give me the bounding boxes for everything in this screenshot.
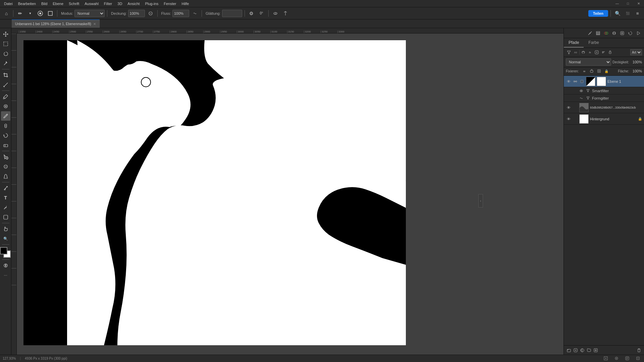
layer-add-group-button[interactable] [566,347,572,353]
magic-wand-tool[interactable] [1,59,10,68]
minimize-button[interactable]: — [612,0,623,7]
layer-item-ebene1[interactable]: 👁 Ebene 1 [564,76,644,87]
status-icon-3[interactable] [624,356,631,361]
layer-fx-button[interactable]: fx [587,49,593,55]
close-button[interactable]: ✕ [633,0,644,7]
menu-item-auswahl[interactable]: Auswahl [82,1,101,6]
menu-item-ebene[interactable]: Ebene [50,1,66,6]
foreground-color-swatch[interactable] [0,247,7,254]
maximize-button[interactable]: □ [623,0,633,7]
deckung-input[interactable] [128,10,145,17]
dodge-tool[interactable] [1,172,10,181]
brush-tool-button[interactable]: ✏ [16,9,24,18]
layer-sub-formgitter[interactable]: Formgitter [564,95,644,102]
layer-kind-select[interactable]: Art [630,49,642,55]
layer-add-mask-button[interactable] [573,347,579,353]
measure-tool[interactable] [1,80,10,89]
formgitter-visibility[interactable] [579,96,584,101]
tab-close-button[interactable]: ✕ [93,22,96,26]
status-icon-2[interactable] [613,356,620,361]
blur-tool[interactable] [1,162,10,171]
tab-farbe[interactable]: Farbe [584,38,603,48]
menu-item-schrift[interactable]: Schrift [66,1,82,6]
brush-tool[interactable] [1,111,10,121]
status-icon-4[interactable] [635,356,641,361]
layer-adjustment-button[interactable] [579,347,585,353]
smartfilter-visibility[interactable] [579,88,584,94]
layer-visibility-hintergrund[interactable]: 👁 [566,116,571,122]
glattung-input[interactable] [222,10,242,17]
share-button[interactable]: Teilen [588,10,608,17]
modus-select[interactable]: Normal Multiplizieren Abblenden [74,10,105,17]
brush-shape-button[interactable] [46,9,55,18]
panel-icon-history[interactable] [627,29,634,37]
menu-item-filter[interactable]: Filter [101,1,115,6]
layer-delete-button[interactable] [636,347,642,353]
layer-lock-button[interactable] [607,49,613,55]
menu-item-bild[interactable]: Bild [39,1,50,6]
lock-all-button[interactable]: 🔒 [603,68,609,74]
fill-tool[interactable] [1,152,10,162]
home-button[interactable]: ⌂ [2,9,11,18]
crop-tool[interactable] [1,70,10,80]
rect-select-tool[interactable] [1,39,10,49]
hand-tool[interactable] [1,224,10,234]
layer-kind-all[interactable]: All [573,49,579,55]
zoom-tool[interactable]: 🔍 [1,234,10,243]
menu-item-fenster[interactable]: Fenster [161,1,179,6]
menu-item-bearbeiten[interactable]: Bearbeiten [15,1,39,6]
view-options-button[interactable]: ⊞ [633,9,642,18]
layer-visibility-ebene1[interactable]: 👁 [566,79,571,84]
layer-visibility-smart[interactable]: 👁 [566,105,571,110]
history-brush-tool[interactable] [1,131,10,140]
lasso-tool[interactable] [1,49,10,58]
layer-item-smart[interactable]: 👁 93db3952I8b057...330cfde9923cb [564,102,644,113]
panel-icon-actions[interactable] [635,29,642,37]
menu-item-plugins[interactable]: Plug-ins [142,1,161,6]
stamp-tool[interactable] [1,121,10,130]
layer-item-hintergrund[interactable]: 👁 Hintergrund 🔒 [564,113,644,125]
tab-pfade[interactable]: Pfade [564,38,584,48]
path-select-tool[interactable] [1,203,10,212]
search-button[interactable]: 🔍 [613,9,622,18]
move-tool[interactable] [1,29,10,39]
brush-mode-button[interactable] [36,9,45,18]
menu-item-datei[interactable]: Datei [1,1,15,6]
menu-item-3d[interactable]: 3D [115,1,125,6]
lock-pos-button[interactable] [581,68,587,74]
symmetry-button[interactable] [281,9,290,18]
layer-new-button[interactable] [593,347,599,353]
menu-item-ansicht[interactable]: Ansicht [125,1,142,6]
layer-filter-button[interactable] [566,49,572,55]
layer-smart-filter-button[interactable] [600,49,606,55]
layer-link-button[interactable] [580,49,586,55]
panel-icon-styles[interactable] [619,29,626,37]
brush-option-button[interactable]: ▼ [26,9,35,18]
settings-button[interactable]: ⚙ [247,9,256,18]
fluss-options-button[interactable] [191,9,199,18]
lock-image-button[interactable] [589,68,595,74]
zoom-button[interactable]: ⬛ [623,9,632,18]
shape-tool[interactable] [1,213,10,222]
lock-artboard-button[interactable] [596,68,602,74]
deckung-options-button[interactable] [146,9,155,18]
eyedropper-tool[interactable] [1,92,10,101]
panel-icon-layers[interactable] [594,29,602,37]
document-tab-1[interactable]: Unbenannt-1 bei 128% (Ebene 1, Ebenenmas… [12,19,100,28]
layer-group-button[interactable] [586,347,592,353]
panel-icon-paths[interactable] [586,29,594,37]
quick-mask-button[interactable] [1,261,10,270]
layer-sub-smartfilter[interactable]: Smartfilter [564,87,644,95]
pen-tool[interactable] [1,183,10,193]
text-tool[interactable]: T [1,193,10,202]
fluss-input[interactable] [172,10,189,17]
eraser-tool[interactable] [1,140,10,150]
extra-tools-button[interactable]: ··· [1,270,10,280]
fold-panel-button[interactable]: ‹ [478,194,483,207]
menu-item-hilfe[interactable]: Hilfe [179,1,192,6]
layer-mask-button[interactable] [594,49,600,55]
canvas[interactable]: ‹ [17,34,564,355]
blend-mode-select[interactable]: Normal Multiplizieren Überlagern [566,58,611,66]
pressure-button[interactable] [271,9,280,18]
heal-tool[interactable] [1,102,10,111]
